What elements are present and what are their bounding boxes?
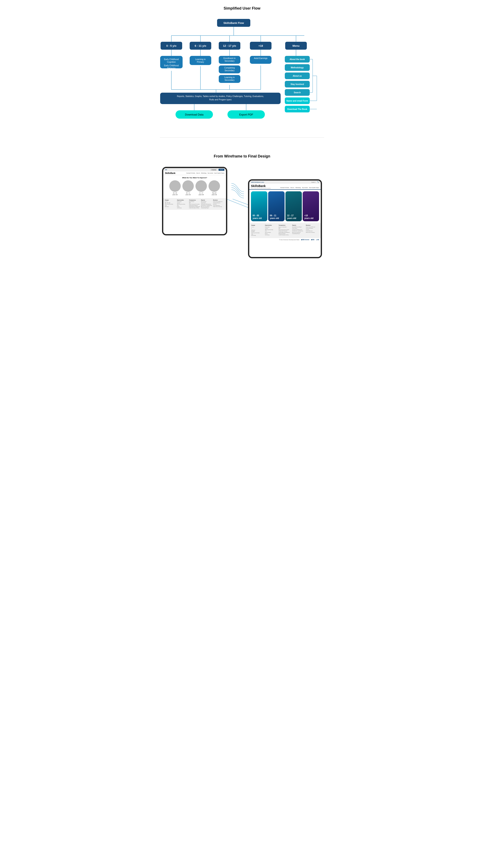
nav-methodology[interactable]: Methodology (201, 173, 206, 174)
language-btn[interactable]: Language (210, 169, 217, 171)
final-biz-title: Business (306, 225, 319, 226)
circle-0611 (182, 180, 194, 192)
connector-svg (231, 167, 244, 208)
rep-title: Reports (201, 199, 212, 201)
final-top-bar: ●IDB SkillsBank Links English ▾ 🔍 (249, 181, 321, 184)
final-footer-engage: Engage f ◻ ▷ ●y IDB InvestIDB LABIDB Gro… (251, 225, 264, 236)
connector-area (231, 167, 244, 208)
final-engage-title: Engage (251, 225, 264, 226)
final-nav-stay[interactable]: Stay Involved (302, 187, 308, 188)
top-bar-actions: Language Search (210, 169, 224, 171)
svg-text:Rutts and Progam types: Rutts and Progam types (209, 98, 231, 101)
svg-text:Primary: Primary (197, 61, 204, 63)
final-reports-items: Annual IDB Invest ReportSector StatusDev… (292, 226, 305, 234)
svg-text:Download The Book: Download The Book (287, 108, 308, 110)
final-brand-area: SkillsBank A tool to assess effective sk… (251, 184, 271, 189)
search-btn-small[interactable]: Search (219, 169, 224, 171)
svg-text:0 - 5 y/o: 0 - 5 y/o (166, 44, 176, 48)
section-user-flow: Simplified User Flow SkillsBank Flow (156, 0, 328, 131)
svg-text:12 - 17 y/o: 12 - 17 y/o (223, 44, 236, 48)
final-opp-title: Opportunities (265, 225, 278, 226)
nav-stay[interactable]: Stay Involved (207, 173, 213, 174)
engage-title: Engage (165, 199, 176, 201)
flow-svg: SkillsBank Flow 0 - 5 y/o 6 - 11 y/o (159, 15, 325, 131)
wireframe-question: What Do You Want To Improve? (163, 175, 226, 180)
tablet-wireframe: IDB Language Search SkillsBank Download … (162, 167, 227, 236)
svg-text:Secondary: Secondary (225, 79, 234, 81)
section1-title: Simplified User Flow (156, 0, 328, 15)
final-nav-about[interactable]: About Us (290, 187, 294, 188)
final-footer-opp: Opportunities PartnershipsCoursesIDB Gro… (265, 225, 278, 236)
download-btn: Download Data (185, 113, 204, 116)
circle-item-plus18: Plus 18years old (208, 180, 220, 196)
final-nav-items: Download The Books About Us Methodology … (280, 187, 319, 189)
label-1117: 11 - 17years old (199, 192, 203, 196)
final-nav-search[interactable]: Search Specific Projects (309, 187, 319, 188)
trans-items: Annual ReportIWGReport Fraud and Corrupt… (189, 201, 200, 209)
card-0611[interactable]: 06 - 11years old (268, 191, 285, 221)
final-nav-meth[interactable]: Methodology (295, 187, 301, 188)
flow-diagram: SkillsBank Flow 0 - 5 y/o 6 - 11 y/o (156, 15, 328, 131)
wireframe-circles-row: 00 - 05years old 06 - 11years old 11 - 1… (163, 180, 226, 196)
svg-text:Learning in: Learning in (224, 76, 234, 79)
final-biz-items: Private Sector IDB InvestFinancing Solut… (306, 226, 319, 233)
final-top-actions: English ▾ 🔍 (311, 181, 319, 183)
nav-bar: SkillsBank Download The Books About Us M… (163, 172, 226, 175)
final-nav-download[interactable]: Download The Books (280, 187, 289, 188)
logo-idb: ◆IDB (311, 239, 315, 241)
nav-about[interactable]: About Us (196, 173, 200, 174)
svg-text:Enrollment in: Enrollment in (224, 57, 235, 59)
circle-plus18 (208, 180, 220, 192)
card-plus18[interactable]: +18years old (303, 191, 319, 221)
nav-download[interactable]: Download The Books (186, 173, 195, 174)
label-0005: 00 - 05years old (172, 192, 178, 196)
copyright-text: © Inter-American Development Bank (279, 239, 299, 240)
final-lang[interactable]: English ▾ (311, 182, 316, 183)
svg-text:Early Childhood: Early Childhood (164, 64, 179, 67)
engage-items: f y ▷ ●IDB IDB LABIDB Group InternshipsJ… (165, 201, 176, 207)
final-footer: Engage f ◻ ▷ ●y IDB InvestIDB LABIDB Gro… (249, 223, 321, 238)
brand-small: SkillsBank (165, 172, 175, 174)
tablet-final: ●IDB SkillsBank Links English ▾ 🔍 Skills… (248, 179, 322, 258)
final-footer-trans: Transparency Access to InformationMECRep… (279, 225, 291, 236)
biz-items: Private Sector IDB InvestFinancing Solut… (213, 201, 224, 207)
nav-search-proj[interactable]: Search Specific Projects (214, 173, 224, 174)
final-search-icon[interactable]: 🔍 (317, 181, 319, 183)
card-plus18-label: +18years old (304, 214, 314, 220)
final-trans-title: Transparency (279, 225, 291, 226)
svg-text:About us: About us (293, 75, 302, 77)
svg-text:Completing: Completing (224, 67, 235, 69)
logo-idb-invest: ◆IDB Invest (301, 239, 309, 241)
svg-text:Methodology: Methodology (291, 66, 304, 69)
svg-text:6 - 11 y/o: 6 - 11 y/o (195, 44, 206, 48)
final-engage-icons: f ◻ ▷ ●y (251, 226, 264, 229)
logo-lab: LAB (316, 239, 319, 240)
svg-text:Cognition: Cognition (167, 61, 176, 63)
final-screen: ●IDB SkillsBank Links English ▾ 🔍 Skills… (249, 181, 321, 257)
final-trans-items: Access to InformationMECReport Fraud and… (279, 226, 291, 236)
svg-text:Stay Involved: Stay Involved (291, 83, 304, 85)
circle-item-0005: 00 - 05years old (169, 180, 181, 196)
root-label: SkillsBank Flow (224, 22, 244, 25)
biz-title: Business (213, 199, 224, 201)
footer-col-transparency: Transparency Annual ReportIWGReport Frau… (189, 199, 200, 209)
rep-items: Annual ReportSocial PulseDevelopment Eff… (201, 201, 212, 209)
circle-item-0611: 06 - 11years old (182, 180, 194, 196)
trans-title: Transparency (189, 199, 200, 201)
section-wireframe: From Wireframe to Final Design IDB Langu… (156, 144, 328, 271)
card-1217[interactable]: 12 - 17years old (285, 191, 302, 221)
footer-col-opportunities: Opportunities PartnershipsCoursesIDB Gro… (177, 199, 188, 209)
final-opp-items: PartnershipsCoursesIDB Group Internships… (265, 226, 278, 236)
svg-text:Secondary: Secondary (225, 69, 234, 72)
card-0005[interactable]: 00 - 05years old (251, 191, 267, 221)
search-menu-item: Search (294, 91, 300, 94)
svg-text:Menu: Menu (292, 44, 299, 48)
svg-text:Behavior: Behavior (167, 67, 175, 69)
footer-col-engage: Engage f y ▷ ●IDB IDB LABIDB Group Inter… (165, 199, 176, 209)
svg-text:About the book: About the book (290, 58, 305, 60)
tablets-comparison: IDB Language Search SkillsBank Download … (156, 163, 328, 262)
final-nav: SkillsBank A tool to assess effective sk… (249, 184, 321, 190)
opp-title: Opportunities (177, 199, 188, 201)
label-plus18: Plus 18years old (212, 192, 217, 196)
circle-1117 (195, 180, 207, 192)
